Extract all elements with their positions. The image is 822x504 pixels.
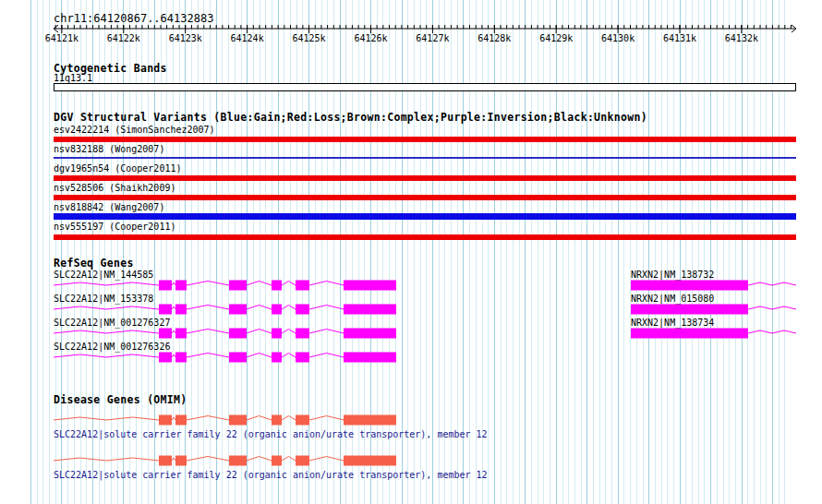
exon-box[interactable]: [272, 329, 282, 339]
exon-box[interactable]: [175, 415, 187, 426]
exon-box[interactable]: [175, 353, 187, 363]
exon-box[interactable]: [296, 281, 309, 291]
omim-gene-model[interactable]: [54, 456, 396, 466]
exon-box[interactable]: [344, 329, 396, 339]
ruler-tick-label: 64124k: [231, 33, 264, 43]
refseq-gene-label[interactable]: SLC22A12|NM_153378: [54, 294, 153, 304]
variant-bar[interactable]: [54, 195, 796, 200]
variant-label[interactable]: nsv555197 (Cooper2011): [54, 222, 175, 232]
refseq-gene-label[interactable]: SLC22A12|NM_001276327: [54, 318, 170, 328]
ruler-tick-label: 64121k: [45, 33, 79, 43]
exon-box[interactable]: [296, 456, 309, 466]
ruler-tick-label: 64126k: [354, 33, 387, 43]
variant-label[interactable]: nsv818842 (Wang2007): [54, 202, 164, 212]
refseq-gene-label[interactable]: NRXN2|NM_138732: [631, 270, 714, 280]
refseq-gene-model[interactable]: [54, 353, 396, 363]
variant-label[interactable]: nsv832188 (Wong2007): [54, 144, 164, 154]
omim-gene-label[interactable]: SLC22A12|solute carrier family 22 (organ…: [54, 429, 488, 439]
genome-browser-canvas: chr11:64120867..64132883 64121k64122k641…: [0, 0, 822, 504]
omim-gene-model[interactable]: [54, 415, 396, 426]
exon-box[interactable]: [272, 415, 282, 426]
exon-box[interactable]: [159, 456, 172, 466]
variant-bar[interactable]: [54, 157, 796, 159]
exon-box[interactable]: [631, 329, 748, 339]
exon-box[interactable]: [159, 353, 172, 363]
exon-box[interactable]: [344, 415, 396, 426]
exon-box[interactable]: [229, 329, 247, 339]
exon-box[interactable]: [229, 353, 247, 363]
exon-box[interactable]: [229, 305, 247, 315]
exon-box[interactable]: [159, 415, 172, 426]
refseq-gene-model[interactable]: [631, 305, 796, 315]
section-heading-refseq-genes: RefSeq Genes: [54, 258, 134, 269]
exon-box[interactable]: [344, 281, 396, 291]
ruler-tick-label: 64128k: [477, 33, 511, 43]
ruler-tick-labels: 64121k64122k64123k64124k64125k64126k6412…: [54, 33, 796, 44]
ruler-tick-label: 64131k: [663, 33, 696, 43]
exon-box[interactable]: [159, 329, 172, 339]
omim-gene-label[interactable]: SLC22A12|solute carrier family 22 (organ…: [54, 470, 488, 480]
ruler-tick-label: 64132k: [725, 33, 758, 43]
exon-box[interactable]: [229, 281, 247, 291]
refseq-gene-model[interactable]: [631, 329, 796, 339]
variant-bar[interactable]: [54, 137, 796, 142]
refseq-gene-model[interactable]: [54, 305, 396, 315]
section-heading-disease-genes-omim: Disease Genes (OMIM): [54, 394, 187, 405]
variant-label[interactable]: esv2422214 (SimonSanchez2007): [54, 125, 215, 135]
cytoband-label: 11q13.1: [54, 73, 92, 83]
refseq-gene-model[interactable]: [631, 281, 796, 291]
exon-box[interactable]: [272, 353, 282, 363]
exon-box[interactable]: [159, 281, 172, 291]
ruler-tick-label: 64127k: [416, 33, 449, 43]
variant-bar[interactable]: [54, 213, 796, 220]
exon-box[interactable]: [272, 281, 282, 291]
refseq-gene-label[interactable]: NRXN2|NM_015080: [631, 294, 714, 304]
exon-box[interactable]: [175, 281, 187, 291]
ruler-tick-label: 64130k: [601, 33, 635, 43]
section-heading-dgv-variants: DGV Structural Variants (Blue:Gain;Red:L…: [54, 112, 647, 123]
exon-box[interactable]: [296, 329, 309, 339]
exon-box[interactable]: [631, 281, 748, 291]
exon-box[interactable]: [296, 305, 309, 315]
refseq-gene-label[interactable]: SLC22A12|NM_001276326: [54, 342, 170, 352]
exon-box[interactable]: [159, 305, 172, 315]
refseq-gene-model[interactable]: [54, 329, 396, 339]
exon-box[interactable]: [175, 305, 187, 315]
variant-label[interactable]: dgv1965n54 (Cooper2011): [54, 163, 181, 174]
exon-box[interactable]: [296, 415, 309, 426]
exon-box[interactable]: [229, 415, 247, 426]
exon-box[interactable]: [344, 353, 396, 363]
refseq-gene-label[interactable]: NRXN2|NM_138734: [631, 318, 714, 328]
variant-label[interactable]: nsv528506 (Shaikh2009): [54, 183, 175, 193]
refseq-gene-model[interactable]: [54, 281, 396, 291]
ruler-tick-label: 64123k: [169, 33, 202, 43]
variant-bar[interactable]: [54, 234, 796, 240]
minor-ticks: [55, 25, 791, 29]
variant-bar[interactable]: [54, 175, 796, 181]
cytoband-bar[interactable]: [54, 83, 796, 91]
ruler-tick-label: 64122k: [107, 33, 140, 43]
exon-box[interactable]: [296, 353, 309, 363]
exon-box[interactable]: [272, 305, 282, 315]
exon-box[interactable]: [344, 456, 396, 466]
ruler-tick-label: 64129k: [539, 33, 573, 43]
exon-box[interactable]: [175, 329, 187, 339]
exon-box[interactable]: [229, 456, 247, 466]
exon-box[interactable]: [631, 305, 748, 315]
ruler-tick-label: 64125k: [292, 33, 325, 43]
exon-box[interactable]: [175, 456, 187, 466]
refseq-gene-label[interactable]: SLC22A12|NM_144585: [54, 270, 153, 280]
exon-box[interactable]: [272, 456, 282, 466]
exon-box[interactable]: [344, 305, 396, 315]
